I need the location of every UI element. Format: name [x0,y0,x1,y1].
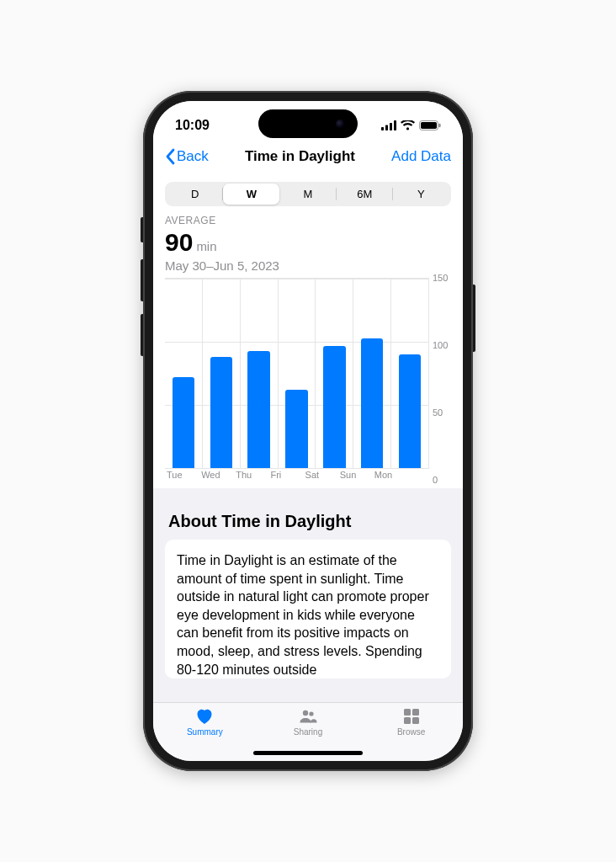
bar-tue[interactable] [173,377,194,468]
svg-rect-1 [385,125,388,131]
svg-rect-5 [421,122,437,129]
svg-rect-11 [404,717,411,724]
add-data-button[interactable]: Add Data [391,148,451,165]
page-title: Time in Daylight [245,148,355,165]
svg-point-8 [309,711,313,716]
x-tick: Sat [304,470,338,480]
segment-d[interactable]: D [167,184,223,205]
status-time: 10:09 [175,118,210,133]
x-tick: Mon [373,470,407,480]
cellular-icon [381,120,396,130]
x-tick: Fri [268,470,303,480]
segment-m[interactable]: M [279,184,336,205]
daylight-chart: TueWedThuFriSatSunMon 050100150 [165,278,451,480]
y-tick: 100 [433,340,448,350]
wifi-icon [401,120,415,130]
svg-point-7 [303,710,308,716]
svg-rect-12 [412,717,419,724]
nav-bar: Back Time in Daylight Add Data [153,143,463,172]
svg-rect-9 [404,709,411,716]
heart-icon [194,706,215,726]
bar-fri[interactable] [285,390,307,468]
y-tick: 0 [433,475,438,485]
svg-rect-10 [412,709,419,716]
tab-sharing-label: Sharing [294,727,322,737]
x-tick: Wed [199,470,234,480]
x-tick: Thu [234,470,268,480]
segment-6m[interactable]: 6M [337,184,393,205]
svg-rect-6 [439,124,441,127]
y-tick: 50 [433,407,443,418]
people-icon [297,706,319,726]
grid-icon [401,706,422,726]
average-unit: min [196,239,216,253]
tab-sharing[interactable]: Sharing [274,706,342,737]
status-icons [381,120,441,130]
time-range-segmented[interactable]: DWM6MY [165,182,451,206]
bar-thu[interactable] [247,351,269,469]
segment-w[interactable]: W [223,184,279,205]
bar-wed[interactable] [210,357,232,468]
dynamic-island [258,109,358,138]
about-card: Time in Daylight is an estimate of the a… [165,540,451,678]
segment-y[interactable]: Y [393,184,449,205]
average-label: AVERAGE [165,215,451,226]
chevron-left-icon [165,148,175,165]
tab-summary[interactable]: Summary [171,706,238,737]
bar-sun[interactable] [361,338,383,468]
average-value: 90 [165,228,193,257]
tab-browse[interactable]: Browse [378,706,445,737]
svg-rect-2 [390,123,392,130]
bar-mon[interactable] [399,354,421,468]
y-tick: 150 [433,273,448,283]
tab-summary-label: Summary [187,727,223,737]
x-tick: Sun [338,470,373,480]
svg-rect-3 [394,120,396,130]
about-body: Time in Daylight is an estimate of the a… [177,551,439,678]
back-label: Back [177,148,209,165]
battery-icon [419,120,441,130]
content-scroll[interactable]: DWM6MY AVERAGE 90 min May 30–Jun 5, 2023… [153,172,463,702]
about-title: About Time in Daylight [168,512,448,531]
x-tick: Tue [165,470,199,480]
bar-sat[interactable] [323,346,345,468]
date-range: May 30–Jun 5, 2023 [165,258,451,273]
tab-browse-label: Browse [397,727,425,737]
svg-rect-0 [381,127,384,130]
home-indicator[interactable] [253,751,363,755]
back-button[interactable]: Back [165,148,209,165]
